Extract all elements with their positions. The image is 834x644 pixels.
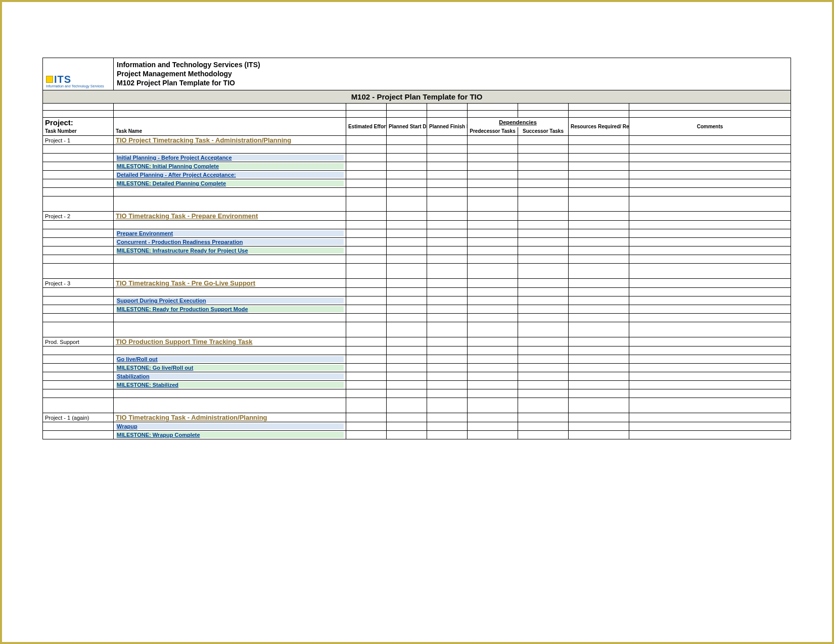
data-cell[interactable] <box>346 389 387 398</box>
data-cell[interactable] <box>569 279 629 288</box>
data-cell[interactable] <box>629 264 791 279</box>
task-name-cell[interactable]: TIO Production Support Time Tracking Tas… <box>114 337 346 346</box>
data-cell[interactable] <box>569 212 629 221</box>
data-cell[interactable] <box>468 296 518 305</box>
data-cell[interactable] <box>569 305 629 314</box>
task-number-cell[interactable] <box>43 422 114 431</box>
data-cell[interactable] <box>387 221 427 229</box>
data-cell[interactable] <box>427 389 468 398</box>
data-cell[interactable] <box>518 305 569 314</box>
task-name-cell[interactable]: MILESTONE: Wrapup Complete <box>114 431 346 439</box>
task-name-cell[interactable]: MILESTONE: Ready for Production Support … <box>114 305 346 314</box>
data-cell[interactable] <box>629 314 791 322</box>
data-cell[interactable] <box>468 413 518 422</box>
task-name-cell[interactable]: Prepare Environment <box>114 229 346 238</box>
data-cell[interactable] <box>468 305 518 314</box>
data-cell[interactable] <box>629 136 791 145</box>
data-cell[interactable] <box>387 422 427 431</box>
data-cell[interactable] <box>629 171 791 179</box>
task-number-cell[interactable] <box>43 255 114 264</box>
data-cell[interactable] <box>468 422 518 431</box>
data-cell[interactable] <box>569 171 629 179</box>
data-cell[interactable] <box>569 162 629 171</box>
data-cell[interactable] <box>387 305 427 314</box>
task-number-cell[interactable] <box>43 179 114 188</box>
data-cell[interactable] <box>468 364 518 372</box>
data-cell[interactable] <box>387 381 427 389</box>
data-cell[interactable] <box>346 196 387 212</box>
data-cell[interactable] <box>387 255 427 264</box>
data-cell[interactable] <box>427 229 468 238</box>
task-name-cell[interactable]: MILESTONE: Stabilized <box>114 381 346 389</box>
data-cell[interactable] <box>569 288 629 296</box>
data-cell[interactable] <box>569 196 629 212</box>
data-cell[interactable] <box>569 431 629 439</box>
data-cell[interactable] <box>387 264 427 279</box>
data-cell[interactable] <box>518 154 569 162</box>
data-cell[interactable] <box>468 212 518 221</box>
task-name-cell[interactable] <box>114 145 346 154</box>
data-cell[interactable] <box>427 381 468 389</box>
data-cell[interactable] <box>387 296 427 305</box>
data-cell[interactable] <box>569 398 629 413</box>
task-number-cell[interactable]: Project - 2 <box>43 212 114 221</box>
data-cell[interactable] <box>387 389 427 398</box>
data-cell[interactable] <box>387 246 427 255</box>
data-cell[interactable] <box>427 314 468 322</box>
data-cell[interactable] <box>387 355 427 364</box>
task-number-cell[interactable] <box>43 355 114 364</box>
data-cell[interactable] <box>427 136 468 145</box>
data-cell[interactable] <box>518 229 569 238</box>
data-cell[interactable] <box>569 364 629 372</box>
data-cell[interactable] <box>468 171 518 179</box>
data-cell[interactable] <box>468 346 518 355</box>
data-cell[interactable] <box>387 136 427 145</box>
data-cell[interactable] <box>518 372 569 381</box>
data-cell[interactable] <box>629 322 791 337</box>
task-name-cell[interactable]: Stabilization <box>114 372 346 381</box>
data-cell[interactable] <box>468 221 518 229</box>
data-cell[interactable] <box>569 136 629 145</box>
data-cell[interactable] <box>346 288 387 296</box>
data-cell[interactable] <box>569 221 629 229</box>
data-cell[interactable] <box>518 145 569 154</box>
data-cell[interactable] <box>629 188 791 196</box>
data-cell[interactable] <box>427 346 468 355</box>
data-cell[interactable] <box>629 431 791 439</box>
data-cell[interactable] <box>346 229 387 238</box>
task-name-cell[interactable]: TIO Timetracking Task - Prepare Environm… <box>114 212 346 221</box>
task-number-cell[interactable]: Project - 1 (again) <box>43 413 114 422</box>
data-cell[interactable] <box>427 355 468 364</box>
data-cell[interactable] <box>427 264 468 279</box>
task-name-cell[interactable] <box>114 314 346 322</box>
data-cell[interactable] <box>346 279 387 288</box>
task-name-cell[interactable]: Concurrent - Production Readiness Prepar… <box>114 238 346 246</box>
task-name-cell[interactable]: Initial Planning - Before Project Accept… <box>114 154 346 162</box>
data-cell[interactable] <box>569 413 629 422</box>
data-cell[interactable] <box>346 337 387 346</box>
data-cell[interactable] <box>387 171 427 179</box>
data-cell[interactable] <box>387 364 427 372</box>
data-cell[interactable] <box>346 221 387 229</box>
data-cell[interactable] <box>468 314 518 322</box>
task-name-cell[interactable] <box>114 196 346 212</box>
task-number-cell[interactable] <box>43 171 114 179</box>
data-cell[interactable] <box>569 355 629 364</box>
data-cell[interactable] <box>629 372 791 381</box>
data-cell[interactable] <box>518 212 569 221</box>
data-cell[interactable] <box>468 238 518 246</box>
data-cell[interactable] <box>629 145 791 154</box>
task-name-cell[interactable]: TIO Timetracking Task - Administration/P… <box>114 413 346 422</box>
data-cell[interactable] <box>569 229 629 238</box>
data-cell[interactable] <box>387 196 427 212</box>
data-cell[interactable] <box>346 346 387 355</box>
data-cell[interactable] <box>346 264 387 279</box>
data-cell[interactable] <box>629 288 791 296</box>
data-cell[interactable] <box>629 389 791 398</box>
data-cell[interactable] <box>427 322 468 337</box>
task-name-cell[interactable]: MILESTONE: Detailed Planning Complete <box>114 179 346 188</box>
data-cell[interactable] <box>518 422 569 431</box>
data-cell[interactable] <box>629 422 791 431</box>
data-cell[interactable] <box>569 154 629 162</box>
data-cell[interactable] <box>518 314 569 322</box>
